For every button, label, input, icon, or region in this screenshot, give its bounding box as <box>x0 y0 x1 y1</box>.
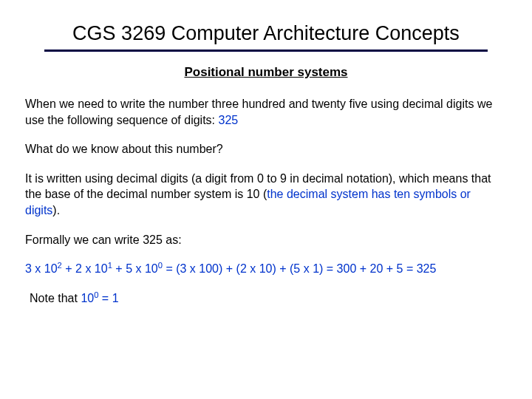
slide-body: When we need to write the number three h… <box>22 96 510 306</box>
eq-t3: + 5 x 10 <box>112 262 158 275</box>
paragraph-1-text: When we need to write the number three h… <box>25 98 492 126</box>
title-rule <box>44 50 488 52</box>
paragraph-2: What do we know about this number? <box>25 141 507 157</box>
paragraph-3: It is written using decimal digits (a di… <box>25 171 507 219</box>
paragraph-1: When we need to write the number three h… <box>25 96 507 128</box>
note-a: Note that <box>30 292 81 304</box>
equation-line: 3 x 102 + 2 x 101 + 5 x 100 = (3 x 100) … <box>25 261 507 277</box>
note-c: = 1 <box>98 292 118 304</box>
paragraph-4: Formally we can write 325 as: <box>25 232 507 248</box>
slide: CGS 3269 Computer Architecture Concepts … <box>0 0 532 399</box>
slide-title: CGS 3269 Computer Architecture Concepts <box>52 22 480 45</box>
eq-t1: 3 x 10 <box>25 262 58 275</box>
paragraph-3-c: ). <box>52 204 60 216</box>
paragraph-1-number: 325 <box>219 114 239 126</box>
slide-subtitle: Positional number systems <box>22 65 510 80</box>
note-line: Note that 100 = 1 <box>30 290 507 307</box>
eq-t4: = (3 x 100) + (2 x 10) + (5 x 1) = 300 +… <box>163 262 436 275</box>
eq-t2: + 2 x 10 <box>62 262 108 275</box>
note-base: 10 <box>81 292 94 304</box>
